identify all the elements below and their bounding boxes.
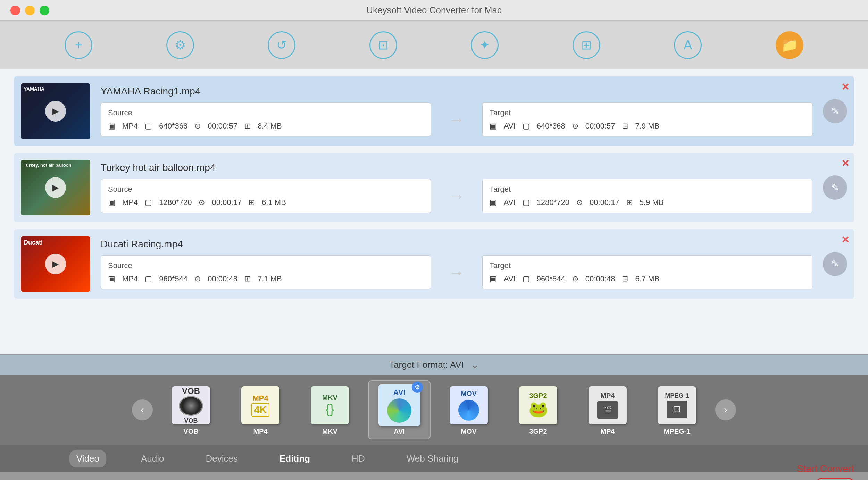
subtitle-icon: ⊞ [573,31,600,59]
target-duration-3: 00:00:48 [585,274,615,283]
target-size-1: 7.9 MB [635,122,659,131]
start-convert-area: Start Convert ↻ [778,463,854,480]
video-details-3: Source ▣ MP4 ▢ 960*544 ⊙ 00:00:48 ⊞ 7.1 … [101,255,812,289]
target-res-icon-2: ▢ [523,198,530,207]
play-button-2[interactable]: ▶ [45,177,66,198]
title-bar: Ukeysoft Video Converter for Mac [0,0,868,21]
mp4b-box: MP4 🎬 [589,386,627,424]
vob-label: VOB [183,428,198,436]
close-traffic-light[interactable] [10,6,20,15]
format-mov[interactable]: MOV MOV [437,380,500,439]
format-mp4b[interactable]: MP4 🎬 MP4 [576,380,639,439]
tab-audio[interactable]: Audio [134,450,171,467]
target-duration-2: 00:00:17 [590,198,619,207]
toolbar-effect[interactable]: ✦ [471,31,499,59]
mov-label: MOV [461,428,477,436]
close-video-1[interactable]: ✕ [841,81,849,93]
convert-icon: ⚙ [166,31,194,59]
3gp2-label: 3GP2 [529,428,547,436]
convert-arrow-2: → [438,187,475,206]
source-resolution-3: 960*544 [159,274,187,283]
format-avi[interactable]: AVI ⚙ AVI [368,380,431,439]
target-format-bar[interactable]: Target Format: AVI ⌄ [0,354,868,375]
thumbnail-3[interactable]: ▶ Ducati [21,236,90,292]
format-3gp2[interactable]: 3GP2 🐸 3GP2 [507,380,569,439]
carousel-next[interactable]: › [715,399,736,420]
tab-devices[interactable]: Devices [199,450,245,467]
source-row-1: ▣ MP4 ▢ 640*368 ⊙ 00:00:57 ⊞ 8.4 MB [108,122,424,131]
toolbar-watermark[interactable]: A [674,31,702,59]
app-title: Ukeysoft Video Converter for Mac [366,5,502,16]
source-size-3: 7.1 MB [258,274,282,283]
gear-badge: ⚙ [412,382,423,393]
close-video-2[interactable]: ✕ [841,158,849,169]
edit-button-3[interactable]: ✎ [823,252,847,276]
toolbar-subtitle[interactable]: ⊞ [573,31,600,59]
video-title-1: YAMAHA Racing1.mp4 [101,86,812,97]
mp4b-label: MP4 [600,428,615,436]
toolbar-folder[interactable]: 📁 [776,31,803,59]
toolbar-crop[interactable]: ⊡ [369,31,397,59]
source-res-icon-1: ▢ [145,122,152,131]
thumbnail-1[interactable]: ▶ YAMAHA [21,83,90,139]
source-dur-icon-1: ⊙ [194,122,201,131]
traffic-lights [10,6,49,15]
minimize-traffic-light[interactable] [25,6,35,15]
target-size-icon-3: ⊞ [622,274,628,283]
edit-button-1[interactable]: ✎ [823,99,847,123]
avi-label: AVI [394,428,405,436]
tab-web-sharing[interactable]: Web Sharing [400,450,466,467]
target-format-icon-2: ▣ [490,198,497,207]
toolbar-history[interactable]: ↺ [268,31,295,59]
toolbar-add[interactable]: + [65,31,92,59]
target-row-1: ▣ AVI ▢ 640*368 ⊙ 00:00:57 ⊞ 7.9 MB [490,122,805,131]
format-mpeg1[interactable]: MPEG-1 🎞 MPEG-1 [646,380,708,439]
source-format-icon-2: ▣ [108,198,115,207]
video-details-1: Source ▣ MP4 ▢ 640*368 ⊙ 00:00:57 ⊞ 8.4 … [101,102,812,136]
edit-button-2[interactable]: ✎ [823,175,847,200]
format-vob[interactable]: VOB VOB [160,380,222,439]
mov-icon: MOV [448,384,490,426]
target-box-2: Target ▣ AVI ▢ 1280*720 ⊙ 00:00:17 ⊞ 5.9… [482,179,812,213]
thumbnail-2[interactable]: ▶ Turkey, hot air balloon [21,160,90,215]
mp4-4k-label: MP4 [253,428,267,436]
target-format-icon-1: ▣ [490,122,497,131]
carousel-prev[interactable]: ‹ [132,399,153,420]
toolbar-convert[interactable]: ⚙ [166,31,194,59]
tab-editing[interactable]: Editing [273,450,317,467]
target-format-2: AVI [504,198,516,207]
tab-hd[interactable]: HD [345,450,372,467]
play-button-1[interactable]: ▶ [45,101,66,122]
source-res-icon-2: ▢ [145,198,152,207]
vob-icon: VOB [170,384,212,426]
source-size-icon-2: ⊞ [249,198,255,207]
target-size-icon-1: ⊞ [622,122,628,131]
video-title-2: Turkey hot air balloon.mp4 [101,162,812,173]
close-video-3[interactable]: ✕ [841,234,849,246]
start-convert-label: Start Convert [797,463,854,474]
mp4b-icon: MP4 🎬 [587,384,628,426]
source-format-icon-3: ▣ [108,274,115,283]
play-button-3[interactable]: ▶ [45,254,66,274]
source-resolution-2: 1280*720 [159,198,192,207]
video-list: ✕ ▶ YAMAHA YAMAHA Racing1.mp4 Source ▣ M… [0,69,868,354]
source-label-1: Source [108,108,424,117]
source-duration-3: 00:00:48 [208,274,237,283]
crop-icon: ⊡ [369,31,397,59]
format-mp4-4k[interactable]: MP4 4K MP4 [229,380,292,439]
format-mkv[interactable]: MKV {} MKV [299,380,361,439]
fullscreen-traffic-light[interactable] [40,6,49,15]
tab-video[interactable]: Video [69,450,106,467]
source-label-2: Source [108,185,424,194]
disc-icon [179,396,203,416]
target-box-1: Target ▣ AVI ▢ 640*368 ⊙ 00:00:57 ⊞ 7.9 … [482,102,812,136]
target-dur-icon-3: ⊙ [572,274,578,283]
mkv-box: MKV {} [311,386,349,424]
start-convert-button[interactable]: ↻ [816,478,854,480]
target-format-dropdown-icon[interactable]: ⌄ [471,359,479,371]
target-duration-1: 00:00:57 [585,122,615,131]
thumb-label-3: Ducati [24,239,43,246]
source-duration-2: 00:00:17 [212,198,242,207]
target-format-label: Target Format: AVI [389,359,464,370]
video-item-1: ✕ ▶ YAMAHA YAMAHA Racing1.mp4 Source ▣ M… [14,76,854,146]
